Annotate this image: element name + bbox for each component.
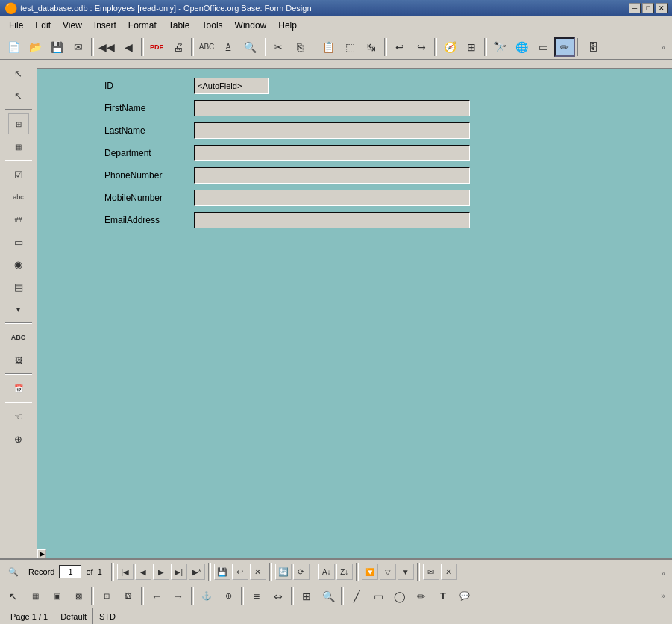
new-record-button[interactable]: ▶*	[189, 564, 205, 580]
close-nav-button[interactable]: ✕	[441, 564, 457, 580]
browser-button[interactable]: 🌐	[511, 37, 532, 57]
refresh-button[interactable]: 🔄	[275, 564, 292, 580]
filter-button[interactable]: ▽	[380, 564, 396, 580]
id-field[interactable]: <AutoField>	[194, 78, 269, 94]
emailaddress-field[interactable]	[194, 212, 470, 228]
menu-window[interactable]: Window	[229, 19, 273, 32]
rect-draw-button[interactable]: ▭	[368, 587, 389, 606]
nav-expand[interactable]: »	[657, 564, 669, 584]
image-ctrl-button[interactable]: 🖼	[118, 587, 139, 606]
clone-button[interactable]: ⬚	[339, 37, 360, 57]
form-view-button[interactable]: ▭	[533, 37, 553, 57]
select-group-button[interactable]: ▣	[46, 587, 67, 606]
line-draw-button[interactable]: ╱	[346, 587, 367, 606]
first-record-button[interactable]: |◀	[117, 564, 134, 580]
date-tool[interactable]: 📅	[8, 378, 29, 399]
select-all-button[interactable]: ▩	[68, 587, 89, 606]
label-tool[interactable]: abc	[8, 187, 29, 208]
radio-tool[interactable]: ◉	[8, 254, 29, 275]
ellipse-draw-button[interactable]: ◯	[389, 587, 410, 606]
menu-table[interactable]: Table	[163, 19, 196, 32]
scroll-corner[interactable]: ▶	[37, 549, 46, 558]
save-button[interactable]: 💾	[46, 37, 67, 57]
nav-back2-button[interactable]: ◀◀	[96, 37, 117, 57]
prev-record-button[interactable]: ◀	[135, 564, 151, 580]
last-record-button[interactable]: ▶|	[171, 564, 187, 580]
zoom-button[interactable]: 🔍	[318, 587, 339, 606]
tab-order-button[interactable]: ↹	[361, 37, 382, 57]
close-button[interactable]: ✕	[656, 3, 668, 13]
snap-button[interactable]: ⊞	[296, 587, 317, 606]
print-button[interactable]: 🖨	[168, 37, 189, 57]
design-mode-button[interactable]: ✏	[554, 37, 575, 57]
undo-record-button[interactable]: ↩	[232, 564, 248, 580]
tab-ctrl-button[interactable]: ⊡	[96, 587, 117, 606]
tab-order-tool[interactable]: ⊞	[8, 113, 29, 134]
align-button[interactable]: ≡	[246, 587, 267, 606]
paste-button[interactable]: 📋	[318, 37, 339, 57]
callout-button[interactable]: 💬	[454, 587, 475, 606]
more-controls-tool[interactable]: ⊕	[8, 428, 29, 449]
combobox-tool[interactable]: ▾	[8, 299, 29, 319]
hand-tool[interactable]: ☜	[8, 406, 29, 427]
delete-record-button[interactable]: ✕	[250, 564, 266, 580]
select2-button[interactable]: ↖	[3, 587, 24, 606]
menu-view[interactable]: View	[57, 19, 88, 32]
reload-button[interactable]: ⟳	[293, 564, 310, 580]
checkbox-tool[interactable]: ☑	[8, 164, 29, 185]
menu-format[interactable]: Format	[122, 19, 163, 32]
position-button[interactable]: ⊕	[218, 587, 239, 606]
size-pos-button[interactable]: ⇔	[268, 587, 289, 606]
email-button[interactable]: ✉	[68, 37, 89, 57]
toolbar-expand[interactable]: »	[657, 38, 669, 57]
menu-insert[interactable]: Insert	[88, 19, 122, 32]
next-record-button[interactable]: ▶	[153, 564, 169, 580]
select-field-button[interactable]: ▦	[25, 587, 45, 606]
binoculars-button[interactable]: 🔭	[489, 37, 510, 57]
menu-edit[interactable]: Edit	[29, 19, 57, 32]
record-number-input[interactable]	[59, 565, 81, 578]
new-button[interactable]: 📄	[3, 37, 24, 57]
autospell-button[interactable]: A	[218, 37, 239, 57]
textbox-tool[interactable]: ▭	[8, 231, 29, 252]
maximize-button[interactable]: □	[642, 3, 654, 13]
firstname-field[interactable]	[194, 100, 470, 116]
apply-filter-button[interactable]: ▼	[398, 564, 414, 580]
form-letter-button[interactable]: ✉	[423, 564, 439, 580]
move-right-button[interactable]: →	[168, 587, 189, 606]
redo-button[interactable]: ↪	[411, 37, 432, 57]
menu-tools[interactable]: Tools	[196, 19, 229, 32]
text-draw-button[interactable]: T	[433, 587, 453, 606]
menu-help[interactable]: Help	[272, 19, 303, 32]
phonenumber-field[interactable]	[194, 167, 470, 184]
open-button[interactable]: 📂	[25, 37, 45, 57]
navigator-button[interactable]: 🧭	[439, 37, 460, 57]
freeform-draw-button[interactable]: ✏	[411, 587, 432, 606]
label-field-tool[interactable]: ABC	[8, 327, 29, 348]
department-field[interactable]	[194, 145, 470, 161]
move-left-button[interactable]: ←	[146, 587, 167, 606]
undo-button[interactable]: ↩	[389, 37, 410, 57]
copy-button[interactable]: ⎘	[289, 37, 310, 57]
numeric-tool[interactable]: ##	[8, 209, 29, 230]
spellcheck-button[interactable]: ABC	[196, 37, 217, 57]
image-btn-tool[interactable]: 🖼	[8, 349, 29, 370]
listbox-tool[interactable]: ▤	[8, 276, 29, 297]
mobilenumber-field[interactable]	[194, 190, 470, 206]
pdf-button[interactable]: PDF	[146, 37, 167, 57]
select-tool[interactable]: ↖	[8, 63, 29, 84]
minimize-button[interactable]: ─	[629, 3, 641, 13]
sort-asc-button[interactable]: A↓	[318, 564, 335, 580]
cut-button[interactable]: ✂	[268, 37, 289, 57]
anchor-button[interactable]: ⚓	[196, 587, 217, 606]
controls-button[interactable]: ⊞	[461, 37, 482, 57]
form-nav-tool[interactable]: ▦	[8, 136, 29, 157]
save-record-button[interactable]: 💾	[214, 564, 230, 580]
nav-back-button[interactable]: ◀	[118, 37, 139, 57]
db-button[interactable]: 🗄	[582, 37, 603, 57]
menu-file[interactable]: File	[3, 19, 29, 32]
sort-desc-button[interactable]: Z↓	[336, 564, 353, 580]
select-more-tool[interactable]: ↖	[8, 85, 29, 106]
tb2-expand[interactable]: »	[657, 587, 669, 606]
find-button[interactable]: 🔍	[239, 37, 260, 57]
